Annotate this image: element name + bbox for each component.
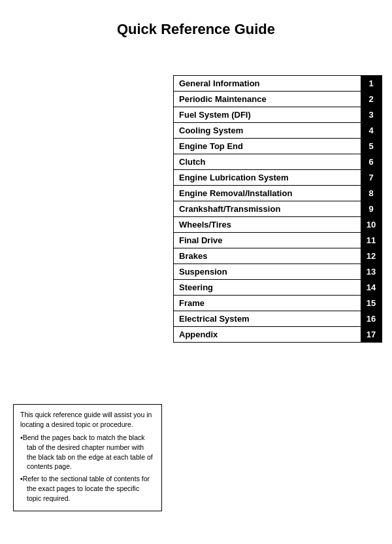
note-intro: This quick reference guide will assist y…	[20, 410, 155, 429]
toc-row[interactable]: Suspension13	[173, 264, 382, 280]
toc-row[interactable]: Engine Top End5	[173, 138, 382, 154]
toc-row[interactable]: Cooling System4	[173, 122, 382, 139]
toc-number: 17	[361, 327, 382, 342]
toc-number: 15	[361, 296, 382, 311]
toc-number: 11	[361, 233, 382, 248]
toc-row[interactable]: Frame15	[173, 295, 382, 311]
toc-label: Clutch	[174, 154, 361, 169]
toc-number: 4	[361, 123, 382, 138]
toc-label: Engine Removal/Installation	[174, 186, 361, 201]
toc-label: Engine Top End	[174, 139, 361, 154]
toc-label: Final Drive	[174, 233, 361, 248]
page-title: Quick Reference Guide	[0, 0, 392, 51]
toc-number: 8	[361, 186, 382, 201]
toc-container: General Information1Periodic Maintenance…	[173, 75, 382, 342]
toc-row[interactable]: General Information1	[173, 75, 382, 92]
toc-number: 13	[361, 264, 382, 279]
toc-label: Crankshaft/Transmission	[174, 201, 361, 216]
toc-number: 10	[361, 217, 382, 232]
toc-row[interactable]: Brakes12	[173, 248, 382, 264]
toc-number: 9	[361, 201, 382, 216]
toc-label: Fuel System (DFI)	[174, 107, 361, 122]
toc-row[interactable]: Clutch6	[173, 154, 382, 170]
toc-number: 1	[361, 76, 382, 91]
toc-label: Suspension	[174, 264, 361, 279]
toc-row[interactable]: Fuel System (DFI)3	[173, 107, 382, 123]
toc-label: Cooling System	[174, 123, 361, 138]
toc-row[interactable]: Electrical System16	[173, 311, 382, 327]
toc-label: Brakes	[174, 248, 361, 264]
toc-label: Electrical System	[174, 311, 361, 326]
toc-number: 16	[361, 311, 382, 326]
toc-row[interactable]: Engine Removal/Installation8	[173, 185, 382, 201]
toc-label: Wheels/Tires	[174, 217, 361, 232]
toc-row[interactable]: Final Drive11	[173, 232, 382, 248]
toc-number: 5	[361, 139, 382, 154]
toc-row[interactable]: Wheels/Tires10	[173, 216, 382, 233]
toc-label: Engine Lubrication System	[174, 170, 361, 185]
toc-number: 2	[361, 92, 382, 107]
toc-row[interactable]: Engine Lubrication System7	[173, 169, 382, 186]
toc-number: 14	[361, 280, 382, 295]
toc-row[interactable]: Periodic Maintenance2	[173, 91, 382, 107]
note-bullet1: •Bend the pages back to match the black …	[20, 433, 155, 471]
toc-number: 3	[361, 107, 382, 122]
toc-number: 7	[361, 170, 382, 185]
toc-label: Periodic Maintenance	[174, 92, 361, 107]
toc-number: 12	[361, 248, 382, 264]
toc-row[interactable]: Steering14	[173, 279, 382, 296]
toc-label: General Information	[174, 76, 361, 91]
toc-label: Appendix	[174, 327, 361, 342]
note-box: This quick reference guide will assist y…	[13, 404, 162, 511]
toc-row[interactable]: Crankshaft/Transmission9	[173, 201, 382, 217]
note-bullet2: •Refer to the sectional table of content…	[20, 474, 155, 503]
toc-row[interactable]: Appendix17	[173, 326, 382, 343]
toc-label: Steering	[174, 280, 361, 295]
toc-number: 6	[361, 154, 382, 169]
toc-label: Frame	[174, 296, 361, 311]
